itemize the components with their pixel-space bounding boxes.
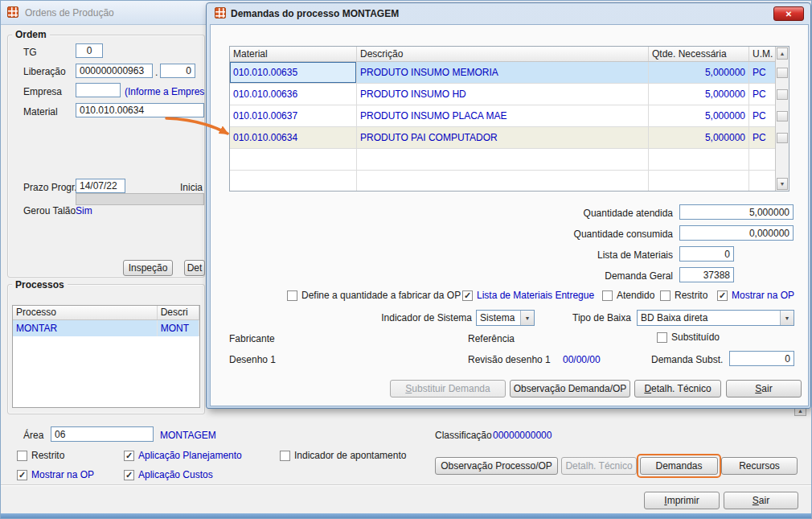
tipo-baixa-value: BD Baixa direta xyxy=(641,312,707,323)
sair-button[interactable]: Sair xyxy=(724,492,798,509)
revisao-value: 00/00/00 xyxy=(563,354,601,365)
checkbox-check-icon: ✓ xyxy=(17,470,27,480)
classificacao-value: 00000000000 xyxy=(493,430,552,441)
processos-cell-descricao: MONT xyxy=(158,320,199,336)
qtd-atendida-field[interactable]: 5,000000 xyxy=(679,204,794,220)
cell-um: PC xyxy=(749,105,776,126)
row-selector-button[interactable] xyxy=(777,133,788,143)
checkbox-label: Lista de Materiais Entregue xyxy=(477,290,594,301)
table-row[interactable]: 010.010.00634 PRODUTO PAI COMPUTADOR 5,0… xyxy=(230,127,789,149)
app-icon xyxy=(7,6,18,18)
table-row[interactable]: 010.010.00635 PRODUTO INSUMO MEMORIA 5,0… xyxy=(230,62,789,84)
checkbox-substituido[interactable]: Substituído xyxy=(657,332,720,343)
demanda-geral-label: Demanda Geral xyxy=(544,270,673,282)
demandas-button[interactable]: Demandas xyxy=(640,457,718,475)
demanda-geral-field[interactable]: 37388 xyxy=(679,267,734,282)
col-qtde[interactable]: Qtde. Necessária xyxy=(649,47,749,61)
checkbox-indicador-apontamento[interactable]: Indicador de apontamento xyxy=(280,450,406,461)
observacao-demanda-label: Observação Demanda/OP xyxy=(514,383,627,394)
tipo-baixa-dropdown[interactable]: BD Baixa direta ▼ xyxy=(637,310,794,326)
dialog-titlebar[interactable]: Demandas do processo MONTAGEM ✕ xyxy=(207,3,810,24)
lista-materiais-value: 0 xyxy=(724,249,730,260)
demanda-geral-value: 37388 xyxy=(703,270,730,281)
processos-col-processo[interactable]: Processo xyxy=(13,306,158,319)
chevron-down-icon: ▼ xyxy=(520,311,534,325)
prazo-field[interactable]: 14/07/22 xyxy=(76,179,125,193)
inspecao-button[interactable]: Inspeção xyxy=(123,260,173,276)
screen: Ordens de Produção Ordem TG 0 Liberação … xyxy=(0,0,812,519)
checkbox-restrito[interactable]: Restrito xyxy=(17,450,64,461)
observacao-processo-button[interactable]: Observação Processo/OP xyxy=(435,457,558,475)
demanda-subst-field[interactable]: 0 xyxy=(729,351,794,366)
checkbox-label: Indicador de apontamento xyxy=(294,450,406,461)
cell-um: PC xyxy=(749,127,776,148)
cell-material: 010.010.00635 xyxy=(230,62,357,83)
liberacao-seq-value: 0 xyxy=(186,65,191,76)
scroll-up-icon[interactable]: ▲ xyxy=(777,47,788,60)
col-descricao[interactable]: Descrição xyxy=(357,47,649,61)
checkbox-lista-entregue[interactable]: ✓ Lista de Materiais Entregue xyxy=(462,290,594,301)
substituir-demanda-button: Substituir Demanda xyxy=(390,380,506,397)
checkbox-mostrar-na-op[interactable]: ✓ Mostrar na OP xyxy=(17,469,94,480)
dialog-app-icon xyxy=(215,7,226,19)
checkbox-aplicacao-custos[interactable]: ✓ Aplicação Custos xyxy=(124,469,213,480)
sair-dialog-label: Sair xyxy=(755,383,772,394)
gerou-talao-value: Sim xyxy=(76,205,92,216)
sair-dialog-button[interactable]: Sair xyxy=(726,380,802,397)
table-row-empty[interactable] xyxy=(230,149,789,171)
empresa-hint: (Informe a Empres xyxy=(125,86,204,97)
close-button[interactable]: ✕ xyxy=(773,6,804,21)
demandas-dialog: Demandas do processo MONTAGEM ✕ Material… xyxy=(206,2,811,409)
tg-value: 0 xyxy=(87,45,92,56)
checkbox-label: Restrito xyxy=(31,450,64,461)
checkbox-check-icon: ✓ xyxy=(462,290,473,301)
checkbox-box xyxy=(657,332,667,343)
processos-row[interactable]: MONTAR MONT xyxy=(13,320,199,336)
checkbox-check-icon: ✓ xyxy=(717,290,728,301)
checkbox-label: Mostrar na OP xyxy=(31,469,94,480)
liberacao-seq-field[interactable]: 0 xyxy=(160,64,195,78)
imprimir-button[interactable]: Imprimir xyxy=(644,492,720,509)
table-scrollbar[interactable]: ▲ ▼ xyxy=(775,47,789,191)
demands-table: Material Descrição Qtde. Necessária U.M.… xyxy=(229,46,789,192)
material-field[interactable]: 010.010.00634 xyxy=(76,103,204,117)
tipo-baixa-label: Tipo de Baixa xyxy=(572,312,631,323)
checkbox-mostrar-na-op-dialog[interactable]: ✓ Mostrar na OP xyxy=(717,290,794,301)
col-material[interactable]: Material xyxy=(230,47,357,61)
table-row[interactable]: 010.010.00637 PRODUTO INSUMO PLACA MAE 5… xyxy=(230,105,789,127)
recursos-button[interactable]: Recursos xyxy=(721,457,798,475)
recursos-label: Recursos xyxy=(739,460,780,472)
referencia-label: Referência xyxy=(468,333,515,344)
detalh-tecnico-dialog-button[interactable]: Detalh. Técnico xyxy=(634,380,721,397)
row-selector-button[interactable] xyxy=(777,68,788,78)
checkbox-label: Substituído xyxy=(671,332,720,343)
empresa-field[interactable] xyxy=(76,83,121,97)
gerou-talao-label: Gerou Talão xyxy=(23,205,76,216)
lista-materiais-field[interactable]: 0 xyxy=(679,246,734,262)
checkbox-label: Aplicação Planejamento xyxy=(138,450,242,461)
row-selector-button[interactable] xyxy=(777,111,788,122)
qtd-consumida-field[interactable]: 0,000000 xyxy=(679,225,794,241)
substituir-demanda-label: Substituir Demanda xyxy=(405,383,490,394)
det-button[interactable]: Det xyxy=(184,260,205,276)
checkbox-atendido[interactable]: Atendido xyxy=(602,290,654,301)
liberacao-separator: . xyxy=(155,67,158,78)
det-button-label: Det xyxy=(187,262,203,274)
processos-col-descricao[interactable]: Descri xyxy=(158,306,199,319)
checkbox-aplicacao-planejamento[interactable]: ✓ Aplicação Planejamento xyxy=(124,450,242,461)
checkbox-define-qtd[interactable]: Define a quantidade a fabricar da OP xyxy=(287,290,461,301)
qtd-atendida-label: Quantidade atendida xyxy=(544,208,673,219)
row-selector-button[interactable] xyxy=(777,89,788,100)
table-row-empty[interactable] xyxy=(230,171,789,192)
area-field[interactable]: 06 xyxy=(51,426,154,442)
col-um[interactable]: U.M. xyxy=(749,47,776,61)
checkbox-restrito-dialog[interactable]: Restrito xyxy=(660,290,707,301)
indicador-sistema-dropdown[interactable]: Sistema ▼ xyxy=(476,310,535,326)
chevron-down-icon: ▼ xyxy=(780,311,794,325)
scroll-down-icon[interactable]: ▼ xyxy=(777,178,788,190)
table-row[interactable]: 010.010.00636 PRODUTO INSUMO HD 5,000000… xyxy=(230,84,789,105)
tg-field[interactable]: 0 xyxy=(76,43,103,58)
observacao-demanda-button[interactable]: Observação Demanda/OP xyxy=(510,380,630,397)
liberacao-field[interactable]: 000000000963 xyxy=(76,64,153,78)
main-window-title: Ordens de Produção xyxy=(25,7,114,19)
